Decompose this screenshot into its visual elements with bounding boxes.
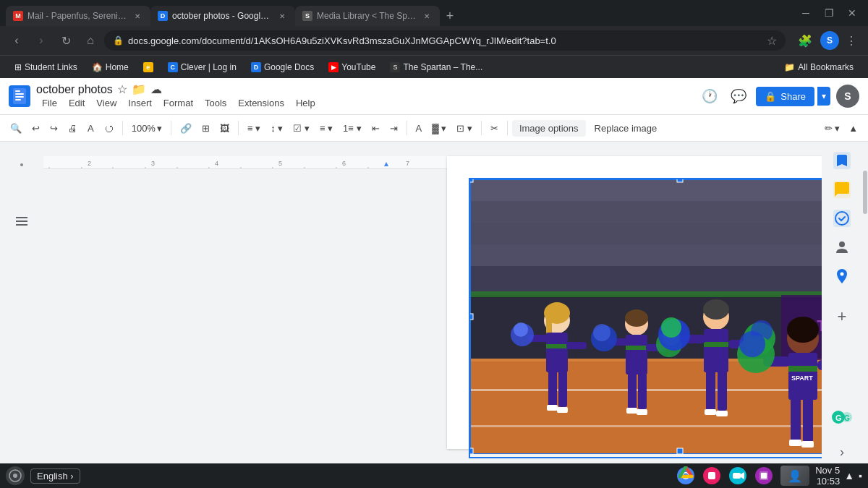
svg-rect-92 <box>803 398 813 442</box>
svg-text:4: 4 <box>215 160 218 167</box>
docs-right-maps-icon[interactable] <box>830 265 854 288</box>
docs-star-icon[interactable]: ☆ <box>117 82 127 96</box>
reload-button[interactable]: ↻ <box>55 30 77 51</box>
svg-rect-1 <box>15 90 20 92</box>
redo-button[interactable]: ↪ <box>46 118 62 138</box>
indent-decrease[interactable]: ⇤ <box>367 118 384 138</box>
bookmark-label: Google Docs <box>264 62 314 72</box>
spellcheck-button[interactable]: A <box>83 118 98 138</box>
taskbar-chrome-icon[interactable] <box>675 465 697 487</box>
wifi-icon[interactable]: ▲ <box>844 470 854 481</box>
search-toolbar-btn[interactable]: 🔍 <box>6 118 26 138</box>
svg-rect-93 <box>789 440 801 446</box>
close-button[interactable]: ✕ <box>842 3 862 23</box>
share-dropdown-button[interactable]: ▾ <box>817 87 830 106</box>
menu-button[interactable]: ⋮ <box>841 30 862 51</box>
svg-rect-37 <box>470 266 822 295</box>
paint-format-button[interactable]: ⭯ <box>100 118 118 138</box>
image-button[interactable]: 🖼 <box>216 118 234 138</box>
menu-tools[interactable]: Tools <box>199 96 232 110</box>
address-bar[interactable]: 🔒 docs.google.com/document/d/1AKsOH6A9u5… <box>104 30 786 51</box>
replace-image-button[interactable]: Replace image <box>587 120 665 137</box>
image-container[interactable]: EST <box>469 178 822 458</box>
bookmark-student-links[interactable]: ⊞ Student Links <box>9 59 83 76</box>
comment-button[interactable]: ⊞ <box>197 118 214 138</box>
share-button[interactable]: 🔒 Share <box>756 87 814 106</box>
bookmark-e[interactable]: e <box>137 59 159 76</box>
undo-button[interactable]: ↩ <box>27 118 44 138</box>
home-button[interactable]: ⌂ <box>80 30 101 51</box>
menu-view[interactable]: View <box>90 96 122 110</box>
extensions-icon[interactable]: 🧩 <box>794 30 816 51</box>
maximize-button[interactable]: ❐ <box>819 3 839 23</box>
docs-logo <box>9 85 30 107</box>
highlight-button[interactable]: ▓ ▾ <box>427 118 451 138</box>
system-button[interactable] <box>6 466 25 485</box>
list-button[interactable]: ≡ ▾ <box>315 118 337 138</box>
new-tab-button[interactable]: + <box>440 6 460 26</box>
docs-header: october photos ☆ 📁 ☁ File Edit View Inse… <box>0 78 868 115</box>
link-button[interactable]: 🔗 <box>176 118 196 138</box>
menu-file[interactable]: File <box>36 96 63 110</box>
user-avatar[interactable]: S <box>836 85 859 108</box>
bookmark-home[interactable]: 🏠 Home <box>86 59 135 76</box>
print-button[interactable]: 🖨 <box>64 118 82 138</box>
tab-docs[interactable]: D october photos - Google Docs ✕ <box>150 6 295 26</box>
text-color-button[interactable]: A <box>412 118 427 138</box>
profile-button[interactable]: S <box>820 31 839 50</box>
tab-spartan[interactable]: S Media Library < The Spartan - ✕ <box>295 6 440 26</box>
indent-increase[interactable]: ⇥ <box>386 118 402 138</box>
menu-insert[interactable]: Insert <box>122 96 158 110</box>
svg-point-98 <box>739 331 765 357</box>
menu-extensions[interactable]: Extensions <box>232 96 290 110</box>
outline-button[interactable] <box>10 210 33 233</box>
numbered-list-button[interactable]: 1≡ ▾ <box>339 118 365 138</box>
taskbar-app-icon-1[interactable] <box>701 465 723 487</box>
align-button[interactable]: ≡ ▾ <box>243 118 265 138</box>
docs-title[interactable]: october photos <box>36 83 113 96</box>
edit-dropdown-button[interactable]: ✏ ▾ <box>820 118 845 138</box>
vertical-scrollbar[interactable] <box>862 142 868 463</box>
all-bookmarks-button[interactable]: 📁 All Bookmarks <box>778 59 859 76</box>
add-plugin-button[interactable]: + <box>830 305 854 328</box>
zoom-select-container[interactable]: 100% ▾ <box>127 118 166 138</box>
checklist-button[interactable]: ☑ ▾ <box>289 118 314 138</box>
tab-docs-close[interactable]: ✕ <box>276 10 288 22</box>
docs-cloud-icon[interactable]: ☁ <box>150 82 162 96</box>
bookmark-youtube[interactable]: ▶ YouTube <box>323 59 381 76</box>
grammarly-icon[interactable]: G G <box>830 406 854 429</box>
docs-right-contacts-icon[interactable] <box>830 236 854 259</box>
collapse-toolbar-button[interactable]: ▲ <box>844 118 862 138</box>
docs-right-keep-icon[interactable] <box>830 149 854 172</box>
forward-button[interactable]: › <box>30 30 52 51</box>
taskbar-app-icon-2[interactable] <box>753 465 775 487</box>
bookmark-spartan[interactable]: S The Spartan – The... <box>384 59 488 76</box>
language-selector[interactable]: English › <box>30 468 80 484</box>
history-button[interactable]: 🕐 <box>698 85 721 108</box>
tab-spartan-close[interactable]: ✕ <box>421 10 433 22</box>
tab-mail[interactable]: M Mail - Papenfus, Serenity Rae - ✕ <box>6 6 150 26</box>
comments-button[interactable]: 💬 <box>727 85 750 108</box>
back-button[interactable]: ‹ <box>6 30 27 51</box>
bookmark-google-docs[interactable]: D Google Docs <box>245 59 320 76</box>
svg-rect-76 <box>706 371 715 411</box>
menu-edit[interactable]: Edit <box>63 96 90 110</box>
expand-sidebar-button[interactable]: › <box>830 440 854 463</box>
scrollbar-thumb[interactable] <box>863 171 867 214</box>
taskbar-meet-icon[interactable] <box>727 465 749 487</box>
docs-folder-icon[interactable]: 📁 <box>132 82 146 96</box>
docs-right-tasks-icon[interactable] <box>830 207 854 230</box>
battery-icon[interactable]: ▪ <box>859 470 862 481</box>
bookmark-clever[interactable]: C Clever | Log in <box>162 59 242 76</box>
border-button[interactable]: ⊡ ▾ <box>452 118 477 138</box>
star-icon[interactable]: ☆ <box>767 34 777 48</box>
docs-right-comments-icon[interactable] <box>830 178 854 201</box>
taskbar-profile-area[interactable]: 👤 <box>780 466 809 486</box>
line-spacing-button[interactable]: ↕ ▾ <box>266 118 287 138</box>
menu-format[interactable]: Format <box>158 96 199 110</box>
crop-button[interactable]: ✂ <box>486 118 503 138</box>
image-options-button[interactable]: Image options <box>512 120 586 137</box>
minimize-button[interactable]: ─ <box>796 3 816 23</box>
menu-help[interactable]: Help <box>290 96 321 110</box>
tab-mail-close[interactable]: ✕ <box>132 10 143 22</box>
